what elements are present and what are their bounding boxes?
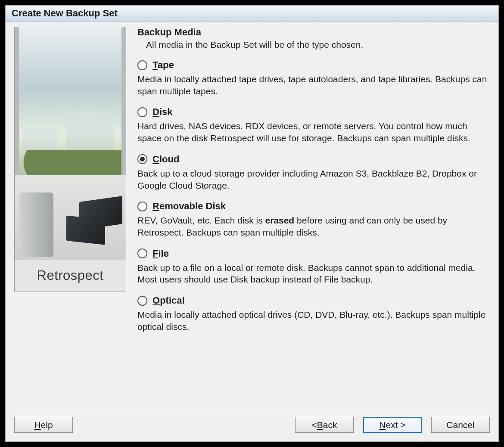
option-cloud-desc: Back up to a cloud storage provider incl… [137,168,490,191]
wizard-body: Retrospect Backup Media All media in the… [6,22,498,410]
back-button[interactable]: < Back [295,417,354,433]
option-cloud: Cloud Back up to a cloud storage provide… [137,154,490,191]
option-optical-head[interactable]: Optical [137,295,490,306]
option-removable: Removable Disk REV, GoVault, etc. Each d… [137,201,490,238]
brand-logo-text: Retrospect [37,268,104,283]
radio-tape[interactable] [137,60,147,70]
radio-cloud[interactable] [137,154,147,164]
option-file-head[interactable]: File [137,248,490,259]
option-removable-head[interactable]: Removable Disk [137,201,490,212]
option-disk: Disk Hard drives, NAS devices, RDX devic… [137,106,490,144]
option-disk-label: Disk [152,106,172,118]
wizard-content: Backup Media All media in the Backup Set… [137,27,490,410]
option-cloud-head[interactable]: Cloud [137,154,490,165]
page-subtitle: All media in the Backup Set will be of t… [146,40,490,50]
option-removable-label: Removable Disk [152,201,226,212]
option-tape-head[interactable]: Tape [137,59,490,71]
radio-disk[interactable] [137,107,147,117]
option-disk-head[interactable]: Disk [137,106,490,118]
option-optical-label: Optical [152,295,185,306]
help-button[interactable]: Help [14,417,73,433]
option-tape-desc: Media in locally attached tape drives, t… [137,73,490,97]
cancel-button[interactable]: Cancel [431,417,490,433]
radio-optical[interactable] [137,296,147,306]
wizard-sidebar-graphic: Retrospect [14,27,126,292]
option-tape-label: Tape [152,59,174,71]
wizard-button-row: Help < Back Next > Cancel [6,410,498,441]
option-optical: Optical Media in locally attached optica… [137,295,490,332]
next-button[interactable]: Next > [363,417,422,433]
window-title: Create New Backup Set [6,6,498,22]
radio-removable[interactable] [137,202,147,211]
option-file-desc: Back up to a file on a local or remote d… [137,262,490,286]
wizard-window: Create New Backup Set Retrospect Backup … [5,5,499,442]
option-cloud-label: Cloud [152,154,179,165]
option-removable-desc: REV, GoVault, etc. Each disk is erased b… [137,214,490,238]
radio-file[interactable] [137,248,147,258]
option-file: File Back up to a file on a local or rem… [137,248,490,286]
option-disk-desc: Hard drives, NAS devices, RDX devices, o… [137,120,490,144]
option-optical-desc: Media in locally attached optical drives… [137,309,490,332]
page-heading: Backup Media [137,27,490,38]
option-tape: Tape Media in locally attached tape driv… [137,59,490,97]
option-file-label: File [152,248,169,259]
